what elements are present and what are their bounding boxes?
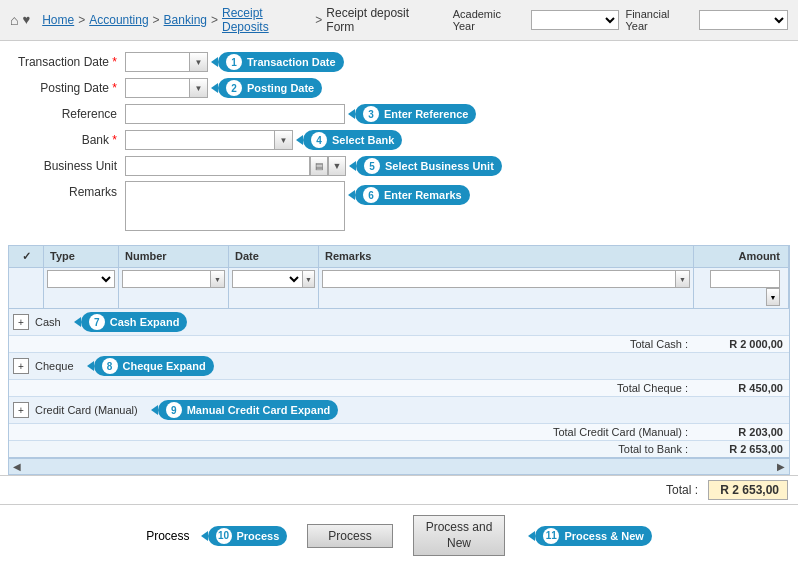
breadcrumb-sep4: >	[315, 13, 322, 27]
tooltip-10: 10 Process	[208, 526, 288, 546]
filter-amount-input[interactable]	[710, 270, 780, 288]
creditcard-group-row: + Credit Card (Manual) 9 Manual Credit C…	[9, 397, 789, 424]
cheque-total-row: Total Cheque : R 450,00	[9, 380, 789, 397]
process-label-section: Process 10 Process	[146, 526, 287, 546]
transaction-date-input[interactable]: 12/11	[125, 52, 190, 72]
filter-amount-drop[interactable]: ▼	[766, 288, 780, 306]
col-header-number: Number	[119, 246, 229, 267]
bank-input[interactable]	[125, 130, 275, 150]
financial-year-select[interactable]	[699, 10, 788, 30]
cheque-group-row: + Cheque 8 Cheque Expand	[9, 353, 789, 380]
cash-total-label: Total Cash :	[630, 338, 688, 350]
tooltip-6: 6 Enter Remarks	[355, 185, 470, 205]
posting-date-row: Posting Date '12/11 2 Posting Date	[15, 77, 783, 99]
reference-row: Reference 3 Enter Reference	[15, 103, 783, 125]
total-bank-row: Total to Bank : R 2 653,00	[9, 441, 789, 458]
filter-check	[9, 268, 44, 308]
filter-number-drop[interactable]: ▼	[211, 270, 225, 288]
filter-number: ▼	[119, 268, 229, 308]
transaction-date-label: Transaction Date	[15, 55, 125, 69]
reference-label: Reference	[15, 107, 125, 121]
transaction-date-row: Transaction Date 12/11 1 Transaction Dat…	[15, 51, 783, 73]
bank-label: Bank	[15, 133, 125, 147]
scroll-right[interactable]: ▶	[777, 461, 785, 472]
scroll-left[interactable]: ◀	[13, 461, 21, 472]
process-and-new-button[interactable]: Process and New	[413, 515, 506, 556]
filter-remarks: ▼	[319, 268, 694, 308]
cash-group-row: + Cash 7 Cash Expand	[9, 309, 789, 336]
posting-date-input[interactable]: '12/11	[125, 78, 190, 98]
deposits-table: ✓ Type Number Date Remarks Amount	[8, 245, 790, 475]
filter-row: ▼ ▼ ▼ ▼	[9, 268, 789, 309]
filter-number-input[interactable]	[122, 270, 211, 288]
academic-year-label: Academic Year	[453, 8, 525, 32]
financial-year-label: Financial Year	[625, 8, 693, 32]
grand-total-bar: Total : R 2 653,00	[0, 475, 798, 504]
filter-type	[44, 268, 119, 308]
process-button[interactable]: Process	[307, 524, 392, 548]
cheque-group-label: Cheque	[35, 360, 74, 372]
creditcard-total-label: Total Credit Card (Manual) :	[553, 426, 688, 438]
filter-amount: ▼	[694, 268, 789, 308]
breadcrumb-sep2: >	[153, 13, 160, 27]
grand-total-label: Total :	[666, 483, 698, 497]
cash-total-row: Total Cash : R 2 000,00	[9, 336, 789, 353]
breadcrumb-sep1: >	[78, 13, 85, 27]
filter-date-drop[interactable]: ▼	[303, 270, 315, 288]
grand-total-value: R 2 653,00	[708, 480, 788, 500]
reference-input[interactable]	[125, 104, 345, 124]
receipt-form: Transaction Date 12/11 1 Transaction Dat…	[0, 41, 798, 245]
process-bar: Process 10 Process Process Process and N…	[0, 504, 798, 566]
business-unit-row: Business Unit ▤ ▼ 5 Select Business Unit	[15, 155, 783, 177]
remarks-textarea[interactable]	[125, 181, 345, 231]
posting-date-label: Posting Date	[15, 81, 125, 95]
transaction-date-dropdown[interactable]	[190, 52, 208, 72]
posting-date-dropdown[interactable]	[190, 78, 208, 98]
remarks-label: Remarks	[15, 181, 125, 199]
filter-type-select[interactable]	[47, 270, 115, 288]
filter-date-select[interactable]	[232, 270, 303, 288]
heart-icon: ♥	[22, 12, 30, 28]
academic-year-select[interactable]	[531, 10, 620, 30]
tooltip-7: 7 Cash Expand	[81, 312, 188, 332]
filter-remarks-drop[interactable]: ▼	[676, 270, 690, 288]
breadcrumb-accounting[interactable]: Accounting	[89, 13, 148, 27]
breadcrumb-receipt-deposits[interactable]: Receipt Deposits	[222, 6, 311, 34]
business-unit-label: Business Unit	[15, 159, 125, 173]
home-icon: ⌂	[10, 12, 18, 28]
tooltip-2: 2 Posting Date	[218, 78, 322, 98]
col-header-check: ✓	[9, 246, 44, 267]
creditcard-total-value: R 203,00	[698, 426, 783, 438]
tooltip-9: 9 Manual Credit Card Expand	[158, 400, 339, 420]
col-header-date: Date	[229, 246, 319, 267]
cash-total-value: R 2 000,00	[698, 338, 783, 350]
tooltip-8: 8 Cheque Expand	[94, 356, 214, 376]
col-header-remarks: Remarks	[319, 246, 694, 267]
bank-dropdown[interactable]	[275, 130, 293, 150]
tooltip-1: 1 Transaction Date	[218, 52, 344, 72]
horizontal-scrollbar[interactable]: ◀ ▶	[9, 458, 789, 474]
remarks-row: Remarks 6 Enter Remarks	[15, 181, 783, 231]
business-unit-lookup-btn[interactable]: ▤	[310, 156, 328, 176]
total-bank-label: Total to Bank :	[618, 443, 688, 455]
breadcrumb-home[interactable]: Home	[42, 13, 74, 27]
breadcrumb-banking[interactable]: Banking	[164, 13, 207, 27]
col-header-amount: Amount	[694, 246, 789, 267]
cheque-total-value: R 450,00	[698, 382, 783, 394]
col-header-type: Type	[44, 246, 119, 267]
cash-expand-btn[interactable]: +	[13, 314, 29, 330]
cheque-expand-btn[interactable]: +	[13, 358, 29, 374]
table-header-row: ✓ Type Number Date Remarks Amount	[9, 246, 789, 268]
filter-remarks-input[interactable]	[322, 270, 676, 288]
breadcrumb-sep3: >	[211, 13, 218, 27]
bank-row: Bank 4 Select Bank	[15, 129, 783, 151]
process-and-new-label: Process and New	[426, 520, 493, 550]
creditcard-group-label: Credit Card (Manual)	[35, 404, 138, 416]
business-unit-dropdown-btn[interactable]: ▼	[328, 156, 346, 176]
breadcrumb-bar: ⌂ ♥ Home > Accounting > Banking > Receip…	[0, 0, 798, 41]
business-unit-input[interactable]	[125, 156, 310, 176]
form-title: Receipt deposit Form	[326, 6, 438, 34]
process-text-label: Process	[146, 529, 189, 543]
creditcard-expand-btn[interactable]: +	[13, 402, 29, 418]
tooltip-11: 11 Process & New	[535, 526, 651, 546]
